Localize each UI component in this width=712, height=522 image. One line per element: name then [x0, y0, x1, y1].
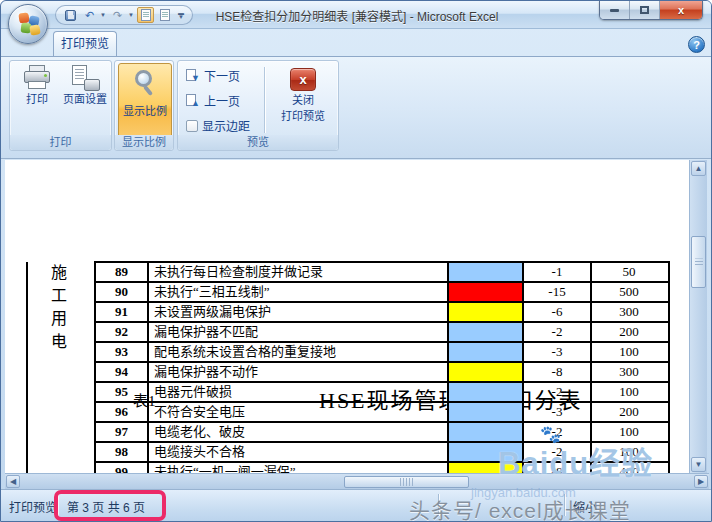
group-print: 打印 页面设置 打印 [9, 60, 112, 151]
row-color-cell [449, 363, 524, 381]
maximize-button[interactable] [630, 1, 660, 19]
row-color-cell [449, 323, 524, 341]
print-button[interactable]: 打印 [16, 65, 58, 106]
row-score-cell: -2 [524, 383, 592, 401]
tab-print-preview[interactable]: 打印预览 [53, 31, 117, 56]
title-bar: ↶ ▼ ↷ ▼ ▬▼ HSE检查扣分加分明细表 [兼容模式] - Microso… [1, 1, 712, 29]
row-amount-cell: 100 [592, 343, 666, 361]
table-row: 91 未设置两级漏电保护 -6 300 [96, 303, 668, 323]
row-number-cell: 95 [96, 383, 149, 401]
help-icon[interactable]: ? [688, 36, 705, 53]
prev-page-icon: ▲ [186, 94, 200, 108]
row-score-cell: -1 [524, 263, 592, 281]
toutiao-watermark: 头条号/ excel成长课堂 [409, 494, 631, 522]
row-description-cell: 未执行“一机一闸一漏保” [149, 463, 449, 473]
vertical-scrollbar[interactable]: ▲ ▼ [689, 160, 707, 473]
row-color-cell [449, 263, 524, 281]
excel-window: ↶ ▼ ↷ ▼ ▬▼ HSE检查扣分加分明细表 [兼容模式] - Microso… [0, 0, 712, 522]
row-score-cell: -2 [524, 323, 592, 341]
row-amount-cell: 100 [592, 383, 666, 401]
table-row: 95 电器元件破损 -2 100 [96, 383, 668, 403]
row-number-cell: 93 [96, 343, 149, 361]
table-row: 90 未执行“三相五线制” -15 500 [96, 283, 668, 303]
table-row: 89 未执行每日检查制度并做记录 -1 50 [96, 263, 668, 283]
maximize-icon [640, 6, 649, 14]
row-amount-cell: 300 [592, 363, 666, 381]
scroll-up-icon[interactable]: ▲ [691, 161, 706, 176]
row-amount-cell: 500 [592, 283, 666, 301]
row-description-cell: 未设置两级漏电保护 [149, 303, 449, 321]
row-number-cell: 98 [96, 443, 149, 461]
group-zoom-label: 显示比例 [115, 135, 173, 150]
ribbon-tab-row: 打印预览 ? [1, 29, 712, 56]
row-description-cell: 电缆老化、破皮 [149, 423, 449, 441]
row-amount-cell: 200 [592, 323, 666, 341]
row-score-cell: -3 [524, 403, 592, 421]
magnifier-icon [132, 70, 158, 98]
row-number-cell: 91 [96, 303, 149, 321]
row-amount-cell: 300 [592, 303, 666, 321]
row-number-cell: 94 [96, 363, 149, 381]
row-score-cell: -3 [524, 343, 592, 361]
print-preview-page: 表1 HSE现场管理检查扣分表 施工用电 89 未执行每日检查制度并做记录 -1… [5, 160, 691, 473]
next-page-button[interactable]: ▼ 下一页 [186, 67, 240, 84]
row-color-cell [449, 303, 524, 321]
row-description-cell: 电器元件破损 [149, 383, 449, 401]
table-row: 94 漏电保护器不动作 -8 300 [96, 363, 668, 383]
row-number-cell: 99 [96, 463, 149, 473]
scroll-left-icon[interactable]: ◀ [6, 475, 20, 488]
row-description-cell: 不符合安全电压 [149, 403, 449, 421]
vertical-scroll-thumb[interactable] [691, 236, 706, 288]
group-preview: ▼ 下一页 ▲ 上一页 显示边距 x 关闭 打印预览 预览 [177, 60, 339, 151]
category-label: 施工用电 [45, 264, 69, 356]
status-mode-label: 打印预览 [9, 498, 57, 515]
close-icon: x [678, 4, 684, 16]
group-separator [264, 67, 265, 133]
row-number-cell: 96 [96, 403, 149, 421]
row-number-cell: 97 [96, 423, 149, 441]
scroll-down-icon[interactable]: ▼ [691, 457, 706, 472]
group-print-label: 打印 [10, 135, 111, 150]
ribbon: 打印 页面设置 打印 显示比例 显示比例 ▼ 下一页 ▲ 上一页 [1, 56, 712, 159]
table-row: 93 配电系统未设置合格的重复接地 -3 100 [96, 343, 668, 363]
close-button[interactable]: x [660, 1, 702, 19]
prev-page-button[interactable]: ▲ 上一页 [186, 92, 240, 109]
close-preview-icon: x [290, 68, 316, 91]
show-margins-checkbox[interactable]: 显示边距 [186, 117, 250, 134]
scroll-right-icon[interactable]: ▶ [694, 475, 708, 488]
horizontal-scroll-thumb[interactable] [344, 476, 469, 488]
row-color-cell [449, 403, 524, 421]
row-color-cell [449, 283, 524, 301]
row-amount-cell: 200 [592, 403, 666, 421]
row-amount-cell: 50 [592, 263, 666, 281]
printer-icon [22, 65, 52, 91]
minimize-button[interactable] [600, 1, 630, 19]
page-indicator-highlight [54, 490, 166, 521]
row-score-cell: -8 [524, 363, 592, 381]
checkbox-icon [186, 120, 198, 132]
row-color-cell [449, 343, 524, 361]
office-logo-icon [18, 13, 40, 35]
page-setup-icon [70, 65, 100, 91]
category-border [26, 262, 28, 473]
row-description-cell: 未执行每日检查制度并做记录 [149, 263, 449, 281]
table-row: 92 漏电保护器不匹配 -2 200 [96, 323, 668, 343]
office-button[interactable] [8, 4, 48, 44]
page-setup-button[interactable]: 页面设置 [60, 65, 110, 106]
row-color-cell [449, 383, 524, 401]
row-number-cell: 92 [96, 323, 149, 341]
next-page-icon: ▼ [186, 69, 200, 83]
row-score-cell: -15 [524, 283, 592, 301]
baidu-paw-icon: 🐾 [540, 424, 562, 445]
window-controls: x [599, 1, 703, 20]
row-description-cell: 漏电保护器不动作 [149, 363, 449, 381]
baidu-watermark: 🐾 Baidu经验 [498, 438, 653, 483]
group-zoom: 显示比例 显示比例 [114, 60, 174, 151]
row-description-cell: 未执行“三相五线制” [149, 283, 449, 301]
row-description-cell: 配电系统未设置合格的重复接地 [149, 343, 449, 361]
group-preview-label: 预览 [178, 135, 338, 150]
row-number-cell: 90 [96, 283, 149, 301]
row-number-cell: 89 [96, 263, 149, 281]
row-description-cell: 电缆接头不合格 [149, 443, 449, 461]
row-description-cell: 漏电保护器不匹配 [149, 323, 449, 341]
